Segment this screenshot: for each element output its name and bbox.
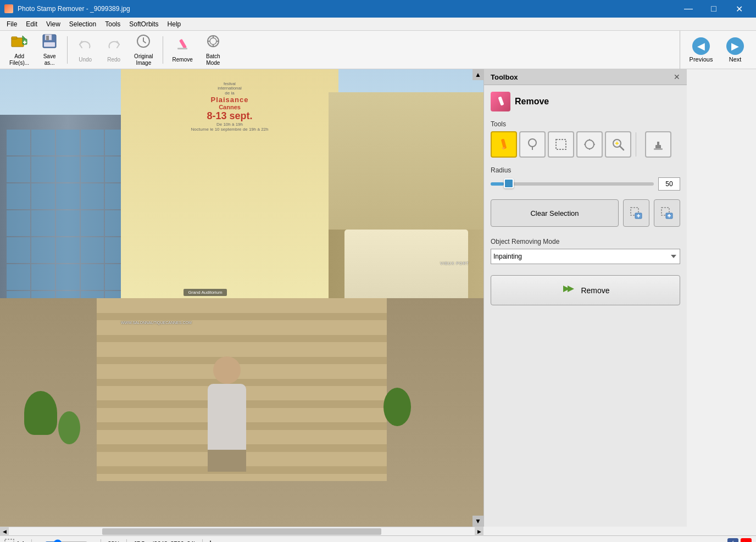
zoom-percentage: 33% — [108, 540, 120, 543]
svg-rect-1 — [12, 37, 17, 39]
menu-tools[interactable]: Tools — [101, 19, 125, 29]
redo-label: Redo — [107, 57, 120, 63]
undo-label: Undo — [79, 57, 92, 63]
menu-selection[interactable]: Selection — [65, 19, 101, 29]
clear-selection-button[interactable]: Clear Selection — [491, 199, 619, 227]
radius-thumb[interactable] — [504, 178, 514, 188]
youtube-icon[interactable]: ▶ — [741, 538, 752, 543]
radius-row: 50 — [491, 177, 680, 191]
brush-tool-button[interactable] — [519, 131, 546, 158]
toolbox-header: Toolbox ✕ — [484, 69, 687, 85]
menu-edit[interactable]: Edit — [21, 19, 42, 29]
toolbox-content: Remove Tools — [484, 85, 687, 527]
menu-file[interactable]: File — [2, 19, 21, 29]
svg-rect-11 — [179, 38, 187, 49]
add-files-button[interactable]: AddFile(s)... — [4, 33, 34, 67]
svg-rect-48 — [5, 539, 14, 543]
file-format: JPG — [134, 540, 145, 543]
info-icon[interactable]: ℹ — [209, 540, 212, 542]
radius-slider-fill — [491, 182, 504, 186]
original-image-label: OriginalImage — [134, 53, 153, 66]
save-selection-button[interactable] — [623, 199, 649, 227]
mode-select[interactable]: Inpainting Content-Aware Fill Smear — [491, 249, 680, 264]
batch-mode-button[interactable]: BatchMode — [200, 33, 226, 67]
scroll-left-button[interactable]: ◀ — [0, 527, 9, 536]
minimize-button[interactable]: — — [676, 0, 701, 18]
original-image-button[interactable]: OriginalImage — [129, 33, 158, 67]
remove-section-title: Remove — [515, 97, 549, 107]
object-removing-mode-section: Object Removing Mode Inpainting Content-… — [491, 238, 680, 264]
scroll-down-button[interactable]: ▼ — [472, 516, 483, 527]
add-files-icon — [10, 33, 28, 52]
social-icons: f ▶ — [727, 538, 752, 543]
photo-canvas: festival international de la Plaisance C… — [0, 69, 483, 527]
menu-help[interactable]: Help — [163, 19, 186, 29]
toolbox-panel: Toolbox ✕ Remove Tools — [483, 69, 687, 527]
stamp-tool-button[interactable] — [645, 131, 671, 158]
zoom-in-icon[interactable]: + — [91, 540, 94, 543]
menu-softorbits[interactable]: SoftOrbits — [125, 19, 163, 29]
image-area[interactable]: festival international de la Plaisance C… — [0, 69, 483, 527]
close-button[interactable]: ✕ — [726, 0, 752, 18]
load-selection-button[interactable] — [654, 199, 680, 227]
undo-button[interactable]: Undo — [72, 33, 98, 67]
toolbar: AddFile(s)... Saveas... Undo — [0, 31, 756, 69]
vieux-port-text: VIEUX PORT — [440, 261, 469, 265]
festival-sign: festival international de la Plaisance C… — [121, 69, 338, 321]
tools-section-label: Tools — [491, 120, 680, 128]
scroll-track[interactable] — [9, 527, 475, 535]
batch-mode-icon — [205, 33, 221, 52]
main-content: festival international de la Plaisance C… — [0, 69, 756, 527]
svg-rect-36 — [654, 148, 663, 150]
scroll-right-button[interactable]: ▶ — [475, 527, 483, 536]
save-as-button[interactable]: Saveas... — [36, 33, 63, 67]
original-image-icon — [136, 33, 151, 52]
magic-wand-tool-button[interactable] — [576, 131, 603, 158]
remove-tool-button[interactable]: Remove — [168, 33, 198, 67]
scroll-thumb[interactable] — [102, 528, 382, 535]
toolbox-close-button[interactable]: ✕ — [674, 72, 680, 81]
selection-indicator: 1:1 — [4, 539, 25, 543]
window-controls: — □ ✕ — [676, 0, 752, 18]
remove-button[interactable]: Remove — [491, 275, 680, 305]
rect-selection-tool-button[interactable] — [548, 131, 574, 158]
harbor-area — [329, 92, 483, 321]
svg-point-14 — [210, 38, 216, 44]
magnifier-tool-button[interactable] — [605, 131, 631, 158]
radius-value[interactable]: 50 — [658, 177, 680, 191]
svg-point-25 — [585, 140, 594, 149]
batch-mode-label: BatchMode — [206, 53, 220, 66]
maximize-button[interactable]: □ — [701, 0, 726, 18]
title-bar: Photo Stamp Remover - _9099389.jpg — □ ✕ — [0, 0, 756, 18]
svg-marker-2 — [23, 36, 26, 39]
add-files-label: AddFile(s)... — [9, 53, 29, 66]
redo-icon — [106, 37, 121, 55]
remove-label: Remove — [173, 57, 193, 63]
svg-point-22 — [529, 139, 536, 147]
previous-button[interactable]: ◀ Previous — [685, 33, 718, 67]
radius-slider[interactable] — [491, 182, 654, 186]
redo-button[interactable]: Redo — [101, 33, 127, 67]
save-as-icon — [42, 33, 57, 52]
svg-rect-35 — [657, 142, 659, 146]
tools-row — [491, 131, 680, 158]
next-button[interactable]: ▶ Next — [719, 33, 752, 67]
zoom-slider[interactable] — [45, 539, 88, 543]
file-dimensions: (3648x2736x24) — [152, 540, 196, 543]
app-icon — [4, 4, 13, 13]
horizontal-scrollbar[interactable]: ◀ ▶ — [0, 527, 483, 535]
toolbar-sep-1 — [67, 36, 68, 64]
svg-line-31 — [620, 146, 624, 150]
pencil-tool-button[interactable] — [491, 131, 517, 158]
menu-view[interactable]: View — [42, 19, 65, 29]
undo-icon — [77, 37, 93, 55]
next-arrow-icon: ▶ — [726, 37, 744, 55]
radius-section: Radius 50 — [491, 166, 680, 191]
previous-label: Previous — [690, 56, 713, 63]
save-as-label: Saveas... — [43, 53, 56, 66]
svg-rect-8 — [46, 36, 49, 40]
scroll-up-button[interactable]: ▲ — [472, 69, 483, 80]
zoom-out-icon[interactable]: − — [38, 540, 42, 543]
facebook-icon[interactable]: f — [727, 538, 738, 543]
remove-tool-icon — [175, 37, 190, 55]
